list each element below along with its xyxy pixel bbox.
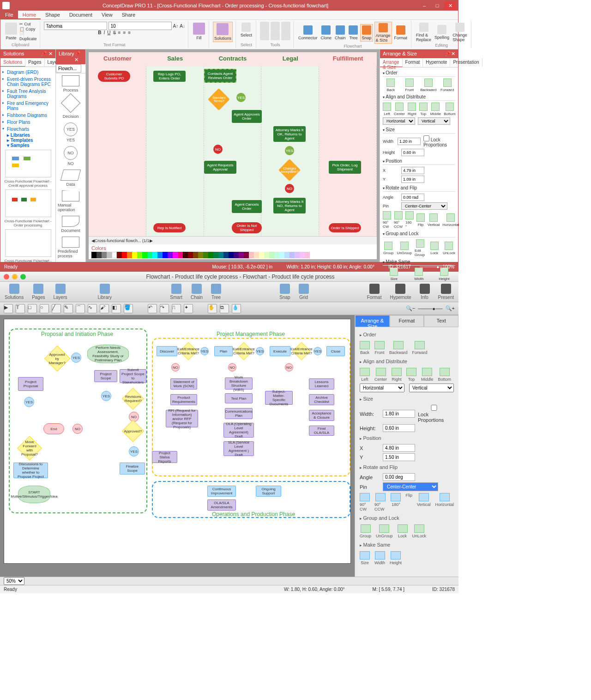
lib-shape-manual[interactable]: Manual operation <box>58 190 84 212</box>
font-grow-icon[interactable]: A↑ <box>173 24 179 29</box>
shape-plan[interactable]: Plan <box>214 346 233 356</box>
fill-button[interactable]: Fill <box>192 22 206 41</box>
strike-button[interactable]: S̶ <box>113 30 116 35</box>
shape-commplan[interactable]: Communications Plan <box>225 408 253 419</box>
pointer-tool[interactable]: ▶ <box>4 304 13 313</box>
paste-button[interactable]: Paste <box>4 22 18 41</box>
spelling-button[interactable]: Spelling <box>434 24 450 41</box>
shape-no[interactable]: NO <box>72 424 83 434</box>
zoom-select[interactable]: 50% <box>4 577 24 585</box>
rotate-cw-button[interactable]: 90° CW <box>360 493 370 511</box>
shape-attorney-no[interactable]: Attorney Marks It NO, Returns to Agent <box>273 198 306 213</box>
align-right-button[interactable]: Right <box>392 368 402 382</box>
shape-psr[interactable]: Project Status Reports <box>152 451 177 463</box>
ellipse-tool[interactable]: ○ <box>40 304 49 313</box>
align-header[interactable]: Align and Distribute <box>383 93 455 101</box>
line-tool[interactable]: ╱ <box>52 304 61 313</box>
curve-tool-icon[interactable] <box>281 22 290 31</box>
tree-item[interactable]: Fishbone Diagrams <box>2 112 54 119</box>
shape-agent-requests[interactable]: Agent Requests Approval <box>204 161 236 174</box>
angle-input[interactable] <box>401 194 424 201</box>
ungroup-button[interactable]: UnGroup <box>376 524 393 538</box>
width-input[interactable] <box>383 410 415 418</box>
shape-discuss[interactable]: Discussions to Determine whether to Prop… <box>13 463 48 478</box>
solutions-button[interactable]: Solutions <box>5 284 24 300</box>
align-header[interactable]: Align and Distribute <box>360 357 454 366</box>
tree-sub-libraries[interactable]: ▸ Libraries <box>2 133 54 138</box>
pen-tool[interactable]: ✎ <box>64 304 73 313</box>
arc-tool-icon[interactable] <box>271 22 280 31</box>
present-button[interactable]: Present <box>438 284 454 300</box>
tree-item[interactable]: Fire and Emergency Plans <box>2 100 54 112</box>
shape-pick-order[interactable]: Pick Order, Log Shipment <box>329 161 361 174</box>
align-left-button[interactable]: Left <box>383 103 391 116</box>
grid-button[interactable]: Grid <box>299 284 309 300</box>
height-input[interactable] <box>383 424 415 432</box>
width-input[interactable] <box>398 138 421 145</box>
sample-thumb[interactable] <box>5 150 51 177</box>
front-button[interactable]: Front <box>402 79 418 92</box>
shape-agent-cancels[interactable]: Agent Cancels Order <box>232 200 262 213</box>
shape-no[interactable]: NO <box>129 412 139 422</box>
hypernote-button[interactable]: Hypernote <box>390 284 411 300</box>
shape-no[interactable]: NO <box>228 363 236 371</box>
shape-discover[interactable]: Discover <box>157 346 177 356</box>
menu-view[interactable]: View <box>97 11 117 19</box>
horizontal-select[interactable]: Horizontal <box>383 117 415 125</box>
maximize-button[interactable] <box>20 274 26 280</box>
library-button[interactable]: Library <box>98 284 112 300</box>
font-shrink-icon[interactable]: A↓ <box>180 24 185 29</box>
shape-sla[interactable]: SLA (Service Level Agreement ) Draft <box>223 441 254 456</box>
smart-button[interactable]: Smart <box>170 284 182 300</box>
shape-yes[interactable]: YES <box>24 397 34 407</box>
maximize-button[interactable]: □ <box>431 1 443 10</box>
chain-button[interactable]: Chain <box>334 24 347 41</box>
shape-yes[interactable]: YES <box>285 146 294 155</box>
align-center-button[interactable]: Center <box>394 103 405 116</box>
tree-sub-samples[interactable]: ▾ Samples <box>2 143 54 148</box>
shape-yes[interactable]: YES <box>71 353 81 363</box>
solutions-tab[interactable]: Solutions <box>0 58 25 67</box>
back-button[interactable]: Back <box>383 79 399 92</box>
lock-proportions[interactable]: Lock Proportions <box>418 405 438 423</box>
x-input[interactable] <box>383 444 415 452</box>
underline-button[interactable]: U <box>107 30 110 35</box>
y-input[interactable] <box>401 176 424 183</box>
unlock-button[interactable]: UnLock <box>412 524 427 538</box>
zoom-out-icon[interactable]: 🔍− <box>406 305 415 311</box>
bold-button[interactable]: B <box>98 30 101 35</box>
shape-archive[interactable]: Archive Checklist <box>309 394 334 405</box>
align-bottom-button[interactable]: Bottom <box>444 103 455 116</box>
shape-sow[interactable]: Statement of Work (SOW) <box>170 378 197 390</box>
undo-tool[interactable]: ↶ <box>148 304 157 313</box>
shape-agent-approves[interactable]: Agent Approves Order <box>232 110 262 123</box>
vertical-select[interactable]: Vertical <box>418 117 450 125</box>
align-left-icon[interactable]: ≡ <box>118 30 121 35</box>
info-button[interactable]: Info <box>420 284 430 300</box>
eraser-tool[interactable]: ◧ <box>112 304 121 313</box>
lock-button[interactable]: Lock <box>428 242 440 255</box>
arrange-tab[interactable]: Arrange & Size <box>380 58 403 67</box>
shape-end[interactable]: End <box>43 423 64 434</box>
hypernote-tab[interactable]: Hypernote <box>423 58 450 67</box>
shape-yes[interactable]: YES <box>314 347 322 355</box>
pages-tab[interactable]: Pages <box>25 58 44 67</box>
align-right-button[interactable]: Right <box>408 103 416 116</box>
shape-amend[interactable]: OLA/SLA Amendments <box>207 499 236 511</box>
presentation-tab[interactable]: Presentation <box>450 58 482 67</box>
back-button[interactable]: Back <box>360 341 370 355</box>
align-center-icon[interactable]: ≡ <box>123 30 126 35</box>
vertical-select[interactable]: Vertical <box>409 383 454 392</box>
menu-share[interactable]: Share <box>117 11 140 19</box>
connector-button[interactable]: Connector <box>297 24 319 41</box>
position-header[interactable]: Position <box>360 433 454 443</box>
lock-button[interactable]: Lock <box>398 524 408 538</box>
sample-thumb[interactable] <box>5 189 51 217</box>
snap-button[interactable]: Snap <box>360 24 373 42</box>
tree-item[interactable]: Diagram (ERD) <box>2 69 54 76</box>
group-button[interactable]: Group <box>360 524 371 538</box>
curve-tool[interactable]: ∿ <box>88 304 97 313</box>
tree-sub-templates[interactable]: ▸ Templates <box>2 138 54 143</box>
rotate-180-button[interactable]: 180 ° <box>405 211 414 229</box>
tree-item[interactable]: Fault Tree Analysis Diagrams <box>2 88 54 100</box>
